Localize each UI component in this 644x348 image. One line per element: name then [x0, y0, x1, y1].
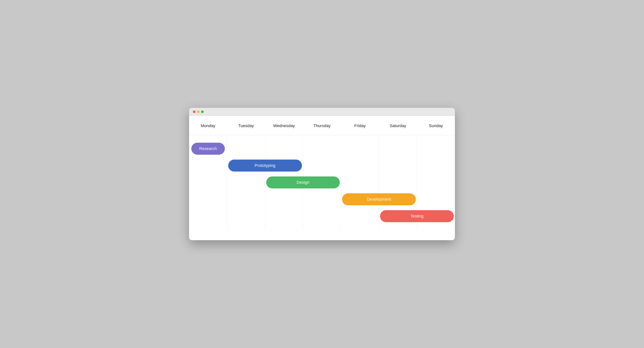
traffic-light-yellow[interactable]: [197, 110, 200, 113]
traffic-light-green[interactable]: [201, 110, 204, 113]
task-development[interactable]: Development: [342, 193, 416, 205]
task-testing[interactable]: Testing: [380, 210, 454, 222]
day-wednesday: Wednesday: [265, 120, 303, 132]
day-sunday: Sunday: [417, 120, 455, 132]
gantt-header: Monday Tuesday Wednesday Thursday Friday…: [189, 120, 455, 135]
day-monday: Monday: [189, 120, 227, 132]
task-design[interactable]: Design: [266, 177, 340, 189]
browser-content: Monday Tuesday Wednesday Thursday Friday…: [189, 116, 455, 240]
browser-titlebar: [189, 108, 455, 116]
day-tuesday: Tuesday: [227, 120, 265, 132]
task-layer: Research Prototyping Design Development …: [189, 135, 455, 229]
task-research[interactable]: Research: [191, 143, 225, 155]
task-prototyping[interactable]: Prototyping: [228, 159, 302, 171]
gantt-container: Monday Tuesday Wednesday Thursday Friday…: [189, 116, 455, 240]
day-thursday: Thursday: [303, 120, 341, 132]
day-friday: Friday: [341, 120, 379, 132]
traffic-light-red[interactable]: [193, 110, 196, 113]
day-saturday: Saturday: [379, 120, 417, 132]
browser-window: Monday Tuesday Wednesday Thursday Friday…: [189, 108, 455, 240]
